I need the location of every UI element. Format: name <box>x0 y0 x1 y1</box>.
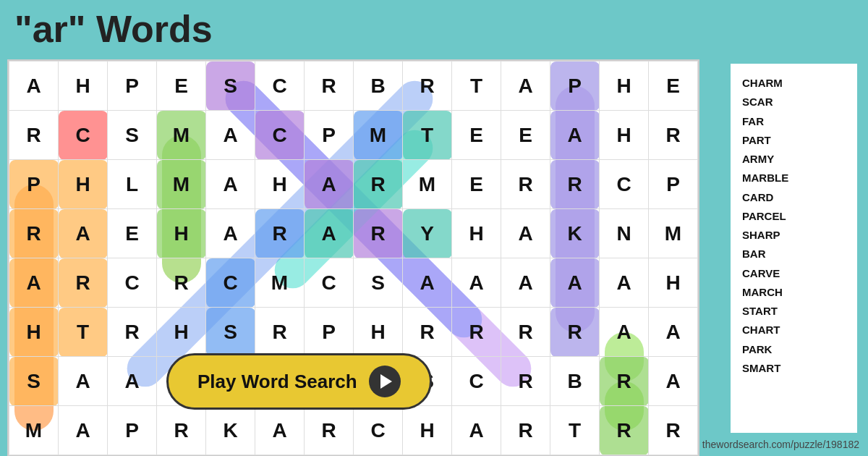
grid-cell: M <box>403 160 452 209</box>
grid-cell: H <box>157 209 206 258</box>
word-list-item: PARCEL <box>742 207 846 226</box>
grid-cell: H <box>157 308 206 357</box>
grid-cell: R <box>649 406 698 455</box>
grid-cell: A <box>452 258 501 308</box>
grid-cell: B <box>354 62 403 111</box>
word-list-item: BAR <box>742 245 846 263</box>
grid-cell: A <box>550 258 600 308</box>
grid-cell: C <box>452 357 501 406</box>
word-list: CHARMSCARFARPARTARMYMARBLECARDPARCELSHAR… <box>731 64 857 433</box>
grid-cell: R <box>550 160 600 209</box>
grid-cell: R <box>600 357 649 406</box>
grid-cell: L <box>108 160 157 209</box>
grid-cell: R <box>255 209 305 258</box>
grid-cell: A <box>9 258 59 308</box>
grid-cell: A <box>255 406 305 455</box>
play-button-label: Play Word Search <box>197 371 357 393</box>
grid-cell: H <box>255 160 305 209</box>
grid-cell: R <box>649 111 698 160</box>
grid-cell: P <box>108 406 157 455</box>
grid-cell: T <box>403 111 452 160</box>
grid-cell: A <box>550 111 600 160</box>
word-list-item: FAR <box>742 112 846 131</box>
grid-cell: E <box>501 111 550 160</box>
grid-cell: R <box>550 308 600 357</box>
grid-cell: R <box>9 111 59 160</box>
grid-cell: H <box>354 308 403 357</box>
grid-cell: P <box>550 62 600 111</box>
grid-cell: H <box>600 62 649 111</box>
grid-cell: N <box>600 209 649 258</box>
grid-cell: R <box>600 406 649 455</box>
grid-cell: C <box>600 160 649 209</box>
grid-cell: A <box>501 62 550 111</box>
grid-cell: R <box>305 62 354 111</box>
word-list-item: SHARP <box>742 226 846 245</box>
grid-cell: E <box>649 62 698 111</box>
grid-cell: P <box>305 308 354 357</box>
grid-cell: C <box>59 111 108 160</box>
grid-cell: S <box>9 357 59 406</box>
grid-cell: R <box>157 406 206 455</box>
grid-cell: C <box>255 111 305 160</box>
grid-cell: A <box>9 62 59 111</box>
grid-cell: A <box>501 258 550 308</box>
grid-cell: A <box>305 160 354 209</box>
word-list-item: START <box>742 302 846 321</box>
grid-cell: A <box>59 406 108 455</box>
grid-cell: R <box>501 357 550 406</box>
grid-cell: M <box>354 111 403 160</box>
grid-cell: T <box>59 308 108 357</box>
grid-cell: R <box>501 160 550 209</box>
grid-cell: P <box>649 160 698 209</box>
grid-cell: Y <box>403 209 452 258</box>
grid-cell: T <box>452 62 501 111</box>
grid-cell: P <box>108 62 157 111</box>
grid-cell: R <box>9 209 59 258</box>
grid-cell: M <box>255 258 305 308</box>
footer-url: thewordsearch.com/puzzle/198182 <box>702 439 859 450</box>
grid-cell: C <box>108 258 157 308</box>
grid-cell: E <box>157 62 206 111</box>
word-list-item: CHARM <box>742 74 846 93</box>
grid-cell: K <box>206 406 255 455</box>
grid-cell: C <box>354 406 403 455</box>
word-list-item: PART <box>742 131 846 150</box>
grid-cell: R <box>403 62 452 111</box>
grid-cell: S <box>354 258 403 308</box>
grid-cell: R <box>59 258 108 308</box>
grid-cell: R <box>501 308 550 357</box>
grid-cell: H <box>403 406 452 455</box>
grid-cell: P <box>9 160 59 209</box>
grid-cell: H <box>59 62 108 111</box>
word-list-item: SCAR <box>742 93 846 111</box>
grid-cell: H <box>649 258 698 308</box>
play-button[interactable]: Play Word Search <box>166 353 432 410</box>
word-list-item: CARVE <box>742 264 846 283</box>
grid-cell: A <box>305 209 354 258</box>
grid-cell: H <box>59 160 108 209</box>
grid-cell: A <box>452 406 501 455</box>
grid-cell: R <box>452 308 501 357</box>
grid-cell: A <box>403 258 452 308</box>
grid-cell: A <box>206 160 255 209</box>
grid-cell: A <box>206 209 255 258</box>
grid-cell: R <box>108 308 157 357</box>
grid-cell: R <box>255 308 305 357</box>
play-button-container: Play Word Search <box>166 353 432 410</box>
grid-cell: E <box>452 160 501 209</box>
grid-cell: S <box>108 111 157 160</box>
grid-cell: K <box>550 209 600 258</box>
grid-cell: P <box>305 111 354 160</box>
word-list-item: MARBLE <box>742 169 846 187</box>
grid-cell: R <box>501 406 550 455</box>
grid-cell: H <box>452 209 501 258</box>
grid-cell: B <box>550 357 600 406</box>
word-list-item: PARK <box>742 340 846 359</box>
grid-cell: M <box>157 111 206 160</box>
grid-cell: R <box>157 258 206 308</box>
grid-cell: R <box>354 209 403 258</box>
word-list-item: ARMY <box>742 150 846 169</box>
grid-cell: H <box>600 111 649 160</box>
grid-cell: A <box>600 308 649 357</box>
